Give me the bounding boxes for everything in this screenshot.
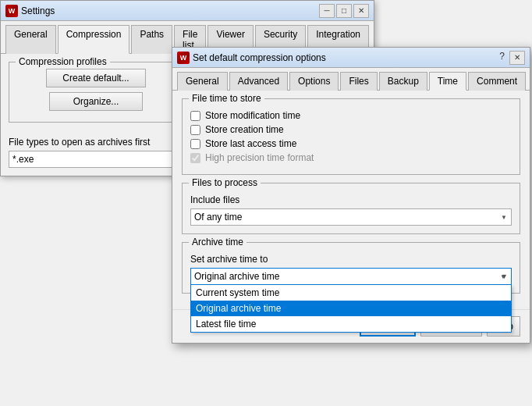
store-creation-label: Store creation time: [205, 124, 284, 135]
high-precision-row: High precision time format: [190, 152, 512, 163]
file-time-legend: File time to store: [189, 93, 264, 104]
dialog-close-button[interactable]: ✕: [509, 51, 525, 65]
organize-button[interactable]: Organize...: [49, 92, 143, 111]
include-files-label: Include files: [190, 194, 512, 205]
dropdown-chevron-icon: ▼: [501, 272, 508, 280]
settings-window-title: Settings: [21, 5, 55, 16]
store-last-access-label: Store last access time: [205, 138, 296, 149]
tab-compression[interactable]: Compression: [58, 25, 130, 54]
include-files-dropdown-wrapper: Of any time Modified after Created after: [190, 208, 512, 226]
store-modification-checkbox[interactable]: [190, 111, 200, 121]
dropdown-item-latest[interactable]: Latest file time: [191, 316, 511, 332]
archive-time-legend: Archive time: [189, 237, 246, 248]
archive-time-dropdown-display[interactable]: Original archive time ▼: [190, 268, 512, 285]
file-time-group: File time to store Store modification ti…: [182, 98, 520, 175]
archive-time-dropdown-container: Original archive time ▼ Current system t…: [190, 268, 512, 285]
dialog-title-buttons: ? ✕: [496, 51, 525, 65]
dropdown-item-original[interactable]: Original archive time: [191, 301, 511, 316]
store-creation-checkbox[interactable]: [190, 125, 200, 135]
high-precision-label: High precision time format: [205, 152, 314, 163]
title-bar-buttons: ─ □ ✕: [319, 4, 369, 18]
dialog-tab-options[interactable]: Options: [289, 72, 339, 91]
dialog-help-icon[interactable]: ?: [496, 51, 508, 65]
archive-time-selected-value: Original archive time: [194, 271, 279, 282]
tab-general[interactable]: General: [5, 25, 56, 54]
dialog-window-icon: W: [177, 52, 190, 64]
store-modification-label: Store modification time: [205, 110, 300, 121]
dialog-title-bar: W Set default compression options ? ✕: [172, 48, 530, 68]
dialog-tab-time[interactable]: Time: [429, 72, 466, 91]
close-button[interactable]: ✕: [353, 4, 369, 18]
maximize-button[interactable]: □: [336, 4, 352, 18]
high-precision-checkbox: [190, 153, 200, 163]
dialog-tab-comment[interactable]: Comment: [468, 72, 526, 91]
compression-profiles-box: Compression profiles Create default... O…: [9, 62, 183, 123]
settings-title-bar: W Settings ─ □ ✕: [1, 1, 374, 21]
store-modification-row: Store modification time: [190, 110, 512, 121]
dialog-window: W Set default compression options ? ✕ Ge…: [172, 47, 530, 344]
compression-profiles-legend: Compression profiles: [16, 56, 110, 67]
dialog-content: File time to store Store modification ti…: [172, 91, 530, 309]
dialog-window-title: Set default compression options: [193, 52, 326, 63]
dialog-tab-bar: General Advanced Options Files Backup Ti…: [172, 68, 530, 91]
title-bar-left: W Settings: [5, 5, 55, 17]
dialog-tab-advanced[interactable]: Advanced: [229, 72, 288, 91]
dialog-title-left: W Set default compression options: [177, 52, 326, 64]
store-last-access-checkbox[interactable]: [190, 139, 200, 149]
files-to-process-group: Files to process Include files Of any ti…: [182, 183, 520, 234]
store-last-access-row: Store last access time: [190, 138, 512, 149]
archive-time-group: Archive time Set archive time to Origina…: [182, 242, 520, 294]
create-default-button[interactable]: Create default...: [46, 69, 145, 87]
dialog-tab-backup[interactable]: Backup: [379, 72, 427, 91]
tab-paths[interactable]: Paths: [131, 25, 172, 54]
create-default-row: Create default...: [17, 69, 175, 87]
files-to-process-legend: Files to process: [189, 177, 261, 188]
dialog-tab-general[interactable]: General: [177, 72, 228, 91]
include-files-dropdown[interactable]: Of any time Modified after Created after: [190, 208, 512, 226]
minimize-button[interactable]: ─: [319, 4, 335, 18]
set-archive-time-label: Set archive time to: [190, 254, 512, 265]
settings-window-icon: W: [5, 5, 18, 17]
dialog-tab-files[interactable]: Files: [340, 72, 377, 91]
archive-time-dropdown-list: Current system time Original archive tim…: [190, 285, 512, 333]
dropdown-item-system[interactable]: Current system time: [191, 285, 511, 301]
organize-row: Organize...: [17, 92, 175, 111]
store-creation-row: Store creation time: [190, 124, 512, 135]
